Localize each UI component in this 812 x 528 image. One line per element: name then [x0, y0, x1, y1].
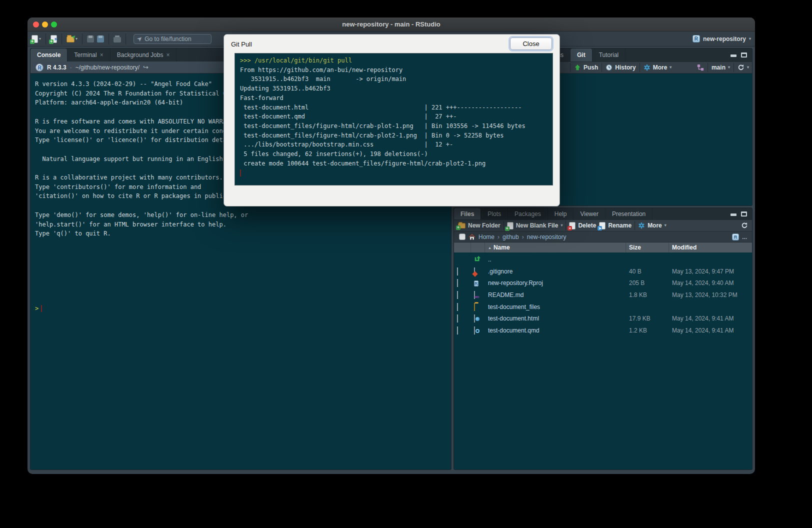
toolbar-separator [62, 34, 62, 44]
console-prompt-line[interactable]: > [35, 304, 42, 314]
new-blank-file-label: New Blank File [516, 222, 558, 229]
select-all-checkbox[interactable] [459, 234, 466, 240]
tab-tutorial[interactable]: Tutorial [592, 48, 626, 62]
breadcrumb-repo[interactable]: new-repository [527, 234, 566, 240]
tab-files-label: Files [460, 210, 474, 218]
header-checkbox-col [454, 242, 471, 252]
file-name[interactable]: test-document_files [485, 304, 626, 310]
table-row[interactable]: R new-repository.Rproj 205 B May 14, 202… [454, 277, 752, 289]
chevron-down-icon: ▾ [749, 37, 751, 41]
file-modified: May 13, 2024, 10:32 PM [669, 292, 752, 298]
close-button[interactable]: Close [510, 38, 552, 50]
tab-console[interactable]: Console [30, 48, 68, 62]
tab-presentation[interactable]: Presentation [606, 208, 652, 220]
row-checkbox[interactable] [457, 291, 458, 299]
tab-packages[interactable]: Packages [508, 208, 548, 220]
delete-button[interactable]: × Delete [569, 222, 596, 230]
maximize-pane-icon[interactable] [741, 52, 747, 58]
gear-icon [638, 222, 645, 229]
tab-console-label: Console [37, 52, 60, 58]
close-icon[interactable]: × [166, 52, 170, 58]
working-directory-label[interactable]: ~/github/new-repository/ [76, 64, 140, 71]
tab-background-jobs[interactable]: Background Jobs × [110, 48, 177, 62]
header-name[interactable]: ▲Name [485, 242, 626, 252]
close-icon[interactable]: × [100, 52, 104, 58]
home-icon[interactable] [468, 234, 476, 240]
toolbar-separator [634, 221, 635, 230]
file-name[interactable]: new-repository.Rproj [485, 280, 626, 286]
git-history-button[interactable]: History [606, 64, 636, 71]
row-checkbox[interactable] [457, 326, 458, 334]
save-icon[interactable] [87, 36, 94, 42]
new-folder-button[interactable]: + New Folder [458, 222, 500, 229]
file-size: 1.2 KB [626, 327, 669, 334]
table-row[interactable]: test-document_files [454, 301, 752, 313]
file-name[interactable]: .gitignore [485, 268, 626, 275]
file-name[interactable]: README.md [485, 292, 626, 298]
header-size[interactable]: Size [626, 242, 669, 252]
breadcrumb-home[interactable]: Home [478, 234, 494, 240]
git-more-button[interactable]: More ▾ [644, 64, 672, 71]
file-name[interactable]: test-document.html [485, 315, 626, 322]
table-row[interactable]: test-document.qmd 1.2 KB May 14, 2024, 9… [454, 324, 752, 336]
sort-ascending-icon: ▲ [488, 246, 492, 250]
save-all-icon[interactable] [97, 36, 104, 42]
file-name[interactable]: .. [485, 256, 626, 263]
git-push-button[interactable]: Push [574, 64, 598, 71]
toolbar-separator [126, 34, 126, 44]
minimize-pane-icon[interactable] [730, 52, 736, 58]
row-checkbox[interactable] [457, 268, 458, 276]
goto-file-search[interactable]: ➤ [134, 34, 212, 44]
history-clock-icon [606, 64, 612, 71]
row-checkbox[interactable] [457, 303, 458, 311]
titlebar: new-repository - main - RStudio [28, 18, 755, 32]
tab-plots[interactable]: Plots [481, 208, 508, 220]
tab-help[interactable]: Help [548, 208, 574, 220]
row-checkbox[interactable] [457, 314, 458, 322]
tab-background-jobs-label: Background Jobs [117, 52, 164, 58]
open-file-button[interactable]: ➤ ▾ [66, 35, 78, 42]
new-folder-label: New Folder [468, 222, 500, 229]
git-pull-dialog: Git Pull Close >>> /usr/local/git/bin/gi… [224, 34, 560, 206]
chevron-down-icon: ▾ [747, 66, 749, 70]
goto-file-input[interactable] [144, 36, 222, 42]
console-prompt: > [35, 304, 38, 314]
chevron-down-icon: ▾ [664, 224, 666, 228]
text-cursor [240, 170, 241, 176]
tab-files[interactable]: Files [454, 208, 481, 220]
toolbar-separator [708, 63, 708, 72]
files-more-button[interactable]: More ▾ [638, 222, 666, 229]
new-blank-file-icon: + [507, 222, 514, 230]
goto-directory-icon[interactable]: ↪ [143, 64, 148, 71]
branch-menu-button[interactable]: main ▾ [712, 64, 730, 71]
breadcrumb-github[interactable]: github [502, 234, 519, 240]
tab-git[interactable]: Git [570, 48, 592, 62]
header-modified[interactable]: Modified [669, 242, 752, 252]
new-file-button[interactable]: + ▾ [32, 35, 41, 43]
new-blank-file-button[interactable]: + New Blank File ▾ [507, 222, 563, 230]
project-menu-button[interactable]: R new-repository ▾ [692, 35, 751, 42]
new-project-button[interactable]: +R [50, 35, 57, 43]
gear-icon [644, 64, 650, 71]
git-refresh-button[interactable]: ▾ [738, 64, 749, 71]
table-row[interactable]: MD README.md 1.8 KB May 13, 2024, 10:32 … [454, 289, 752, 301]
pane-minmax [730, 208, 752, 220]
tab-viewer[interactable]: Viewer [574, 208, 605, 220]
tab-terminal[interactable]: Terminal × [68, 48, 110, 62]
table-row[interactable]: .gitignore 40 B May 13, 2024, 9:47 PM [454, 266, 752, 278]
breadcrumb-more-button[interactable]: ... [742, 234, 747, 240]
row-checkbox[interactable] [457, 279, 458, 287]
refresh-icon[interactable] [741, 222, 748, 229]
table-row[interactable]: test-document.html 17.9 KB May 14, 2024,… [454, 312, 752, 324]
maximize-pane-icon[interactable] [741, 212, 747, 216]
file-name[interactable]: test-document.qmd [485, 327, 626, 334]
r-project-icon[interactable]: R [732, 234, 739, 240]
text-cursor [41, 305, 42, 312]
print-icon[interactable] [114, 37, 121, 42]
table-row-up[interactable]: .. [454, 254, 752, 266]
tab-terminal-label: Terminal [74, 52, 96, 58]
git-pull-output: >>> /usr/local/git/bin/git pull From htt… [234, 53, 553, 186]
minimize-pane-icon[interactable] [730, 212, 736, 216]
rename-button[interactable]: ➤ Rename [599, 222, 632, 230]
commit-graph-icon[interactable] [697, 64, 704, 71]
